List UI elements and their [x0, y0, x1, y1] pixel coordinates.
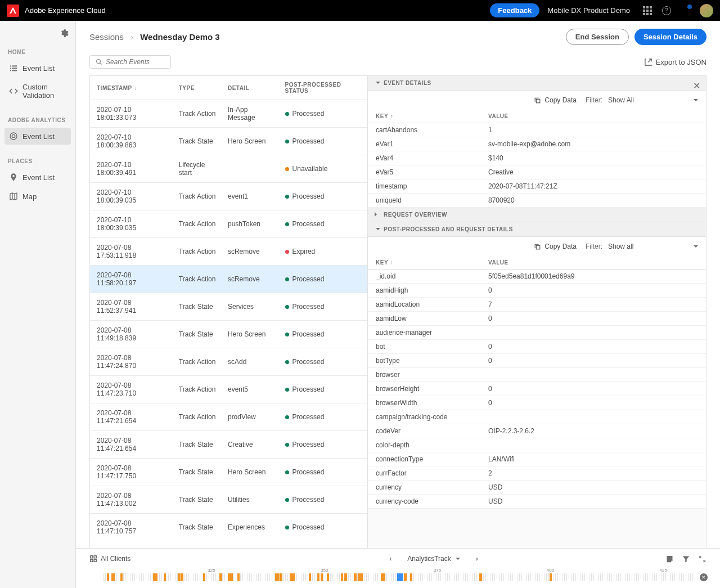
apps-grid-icon[interactable]	[642, 6, 652, 16]
end-session-button[interactable]: End Session	[566, 29, 629, 45]
help-icon[interactable]: ?	[662, 6, 672, 16]
filter-select-2[interactable]: Show all	[608, 243, 698, 250]
table-row[interactable]: 2020-07-08 11:47:17.750Track StateHero S…	[90, 459, 367, 486]
table-row[interactable]: 2020-07-08 11:49:18.839Track StateHero S…	[90, 321, 367, 348]
settings-gear-icon[interactable]	[60, 29, 69, 38]
kv-row[interactable]: audience-manager	[368, 326, 706, 340]
search-input-wrapper[interactable]	[89, 55, 171, 69]
sidebar-header: PLACES	[8, 158, 68, 164]
all-clients-button[interactable]: All Clients	[89, 555, 202, 563]
table-row[interactable]: 2020-07-10 18:00:39.035Track Actionevent…	[90, 183, 367, 210]
table-row[interactable]: 2020-07-10 18:00:39.035Track ActionpushT…	[90, 210, 367, 238]
kv-row[interactable]: currFactor2	[368, 466, 706, 481]
table-row[interactable]: 2020-07-08 11:47:13.002Track StateUtilit…	[90, 486, 367, 514]
copy-data-button[interactable]: Copy Data	[534, 96, 577, 104]
chevron-right-icon: ›	[130, 32, 133, 42]
svg-rect-13	[94, 556, 96, 558]
kv-row[interactable]: browserHeight0	[368, 382, 706, 396]
kv-row[interactable]: codeVerOIP-2.2.3-2.6.2	[368, 424, 706, 438]
sidebar-header: HOME	[8, 49, 68, 55]
table-row[interactable]: 2020-07-08 11:52:37.941Track StateServic…	[90, 293, 367, 321]
kv-row[interactable]: eVar4$140	[368, 151, 706, 165]
kv-row[interactable]: eVar1sv-mobile-exp@adobe.com	[368, 137, 706, 151]
status-dot-icon	[285, 470, 289, 474]
sidebar-item-label: Map	[22, 192, 37, 201]
filter-label: Filter:	[586, 96, 602, 104]
nav-prev-icon[interactable]: ‹	[389, 555, 392, 563]
filter-select[interactable]: Show All	[608, 96, 698, 104]
chevron-right-icon	[375, 212, 380, 218]
section-post-processed[interactable]: POST-PROCESSED AND REQUEST DETAILS	[368, 222, 706, 237]
product-name: Adobe Experience Cloud	[25, 6, 106, 15]
timeline[interactable]: 325350375400425 ✕	[89, 568, 706, 588]
table-row[interactable]: 2020-07-10 18:01:33.073Track ActionIn-Ap…	[90, 100, 367, 128]
breadcrumb-parent[interactable]: Sessions	[89, 32, 124, 42]
section-request-overview[interactable]: REQUEST OVERVIEW	[368, 208, 706, 222]
kv-row[interactable]: browserWidth0	[368, 396, 706, 410]
note-icon[interactable]	[665, 555, 674, 563]
kv-value-header[interactable]: VALUE	[480, 110, 706, 123]
session-details-button[interactable]: Session Details	[634, 29, 706, 45]
details-panel: ✕ EVENT DETAILS Copy Data Filter:	[368, 75, 706, 548]
col-detail[interactable]: DETAIL	[223, 76, 281, 100]
table-row[interactable]: 2020-07-08 11:47:23.710Track Actionevent…	[90, 376, 367, 403]
kv-row[interactable]: timestamp2020-07-08T11:47:21Z	[368, 179, 706, 194]
table-row[interactable]: 2020-07-08 11:45:41.661Track StateHero S…	[90, 541, 367, 549]
kv-row[interactable]: connectionTypeLAN/Wifi	[368, 452, 706, 466]
table-row[interactable]: 2020-07-08 11:47:24.870Track ActionscAdd…	[90, 348, 367, 376]
account-name[interactable]: Mobile DX Product Demo	[547, 6, 630, 15]
nav-label-dropdown[interactable]: AnalyticsTrack	[407, 555, 460, 563]
sidebar-item[interactable]: Map	[4, 188, 71, 205]
section-event-details[interactable]: EVENT DETAILS	[368, 76, 706, 91]
nav-next-icon[interactable]: ›	[476, 555, 478, 563]
col-type[interactable]: TYPE	[174, 76, 223, 100]
kv-row[interactable]: _id.oid5f05ed5ea81d1f0001ed69a9	[368, 270, 706, 284]
code-icon	[9, 87, 18, 96]
kv-row[interactable]: botType0	[368, 354, 706, 368]
col-timestamp[interactable]: TIMESTAMP	[90, 76, 174, 100]
status-dot-icon	[285, 167, 289, 171]
sidebar-item[interactable]: Event List	[4, 128, 71, 145]
search-input[interactable]	[106, 58, 165, 66]
table-row[interactable]: 2020-07-10 18:00:39.863Track StateHero S…	[90, 128, 367, 155]
kv-row[interactable]: aamidHigh0	[368, 284, 706, 298]
svg-rect-2	[10, 68, 11, 69]
kv-row[interactable]: aamidLow0	[368, 312, 706, 326]
user-avatar[interactable]	[700, 4, 713, 17]
filter-funnel-icon[interactable]	[682, 555, 690, 563]
table-row[interactable]: 2020-07-08 11:47:10.757Track StateExperi…	[90, 514, 367, 541]
timeline-clear-icon[interactable]: ✕	[700, 573, 708, 581]
kv-row[interactable]: campaign/tracking-code	[368, 410, 706, 424]
table-row[interactable]: 2020-07-08 11:47:21.654Track ActionprodV…	[90, 403, 367, 431]
kv-row[interactable]: uniqueId8700920	[368, 194, 706, 208]
collapse-icon[interactable]	[698, 555, 706, 563]
kv-row[interactable]: bot0	[368, 340, 706, 354]
table-row[interactable]: 2020-07-08 11:47:21.654Track StateCreati…	[90, 431, 367, 459]
adobe-logo-icon	[7, 5, 19, 17]
kv-row[interactable]: currency-codeUSD	[368, 495, 706, 509]
status-dot-icon	[285, 415, 289, 419]
search-row: Export to JSON	[76, 51, 720, 75]
kv-row[interactable]: color-depth	[368, 438, 706, 452]
kv-row[interactable]: eVar5Creative	[368, 165, 706, 179]
close-icon[interactable]: ✕	[693, 80, 700, 91]
kv-key-header[interactable]: KEY	[368, 110, 480, 123]
export-label: Export to JSON	[656, 58, 706, 66]
notifications-bell-icon[interactable]	[681, 6, 691, 16]
table-row[interactable]: 2020-07-08 17:53:11.918Track ActionscRem…	[90, 238, 367, 266]
sidebar-item[interactable]: Event List	[4, 169, 71, 186]
feedback-button[interactable]: Feedback	[490, 3, 539, 17]
kv-row[interactable]: cartAbandons1	[368, 123, 706, 137]
sidebar-item[interactable]: Custom Validation	[4, 79, 71, 104]
status-dot-icon	[285, 277, 289, 281]
status-dot-icon	[285, 443, 289, 447]
col-status[interactable]: POST-PROCESSED STATUS	[281, 76, 367, 100]
table-row[interactable]: 2020-07-08 11:58:20.197Track ActionscRem…	[90, 266, 367, 293]
kv-row[interactable]: currencyUSD	[368, 481, 706, 495]
copy-data-button-2[interactable]: Copy Data	[534, 243, 577, 250]
kv-row[interactable]: aamidLocation7	[368, 298, 706, 312]
export-json-button[interactable]: Export to JSON	[644, 58, 706, 66]
kv-row[interactable]: browser	[368, 368, 706, 382]
sidebar-item[interactable]: Event List	[4, 60, 71, 77]
table-row[interactable]: 2020-07-10 18:00:39.491Lifecycle startUn…	[90, 155, 367, 183]
